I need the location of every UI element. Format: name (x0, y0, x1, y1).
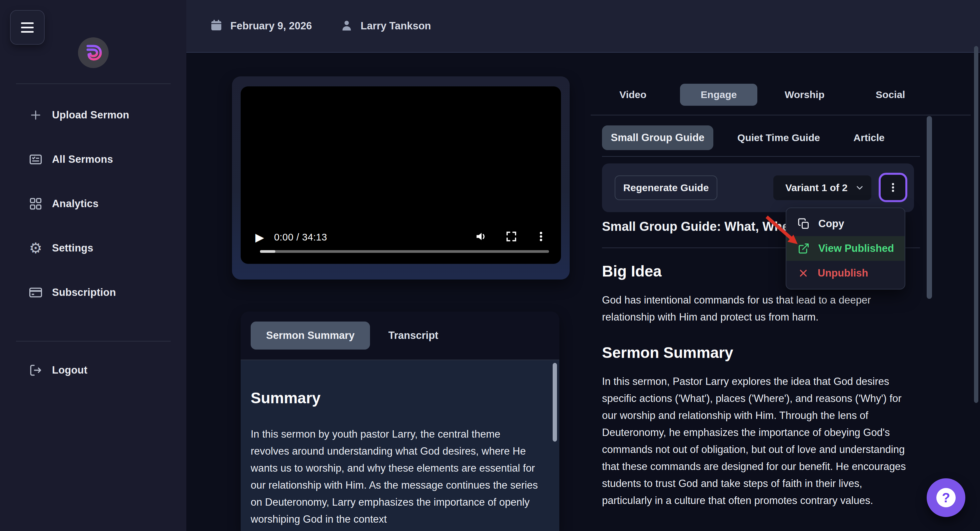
sidebar-divider-bottom (16, 341, 171, 341)
tab-label: Transcript (388, 330, 438, 341)
variant-select[interactable]: Variant 1 of 2 (773, 175, 871, 200)
header-user-group: Larry Tankson (340, 19, 431, 33)
video-progress-bar[interactable] (260, 250, 549, 253)
tab-transcript[interactable]: Transcript (370, 322, 457, 349)
sidebar-item-logout[interactable]: Logout (28, 360, 171, 381)
question-icon: ? (936, 488, 956, 507)
tab-label: Sermon Summary (266, 330, 354, 341)
summary-content: Summary In this sermon by youth pastor L… (241, 360, 559, 531)
copy-icon (798, 218, 810, 230)
x-icon (798, 268, 809, 279)
sidebar-item-label: All Sermons (52, 153, 113, 166)
calendar-icon (210, 19, 223, 33)
sidebar-item-label: Analytics (52, 198, 99, 210)
subtabs-divider (602, 156, 920, 157)
engage-panel: Video Engage Worship Social Small Group … (590, 53, 973, 531)
menu-item-label: View Published (818, 242, 894, 255)
user-icon (340, 19, 353, 33)
tab-sermon-summary[interactable]: Sermon Summary (251, 322, 370, 349)
sidebar-item-subscription[interactable]: Subscription (28, 282, 171, 303)
big-idea-paragraph: God has intentional commands for us that… (602, 292, 912, 325)
tab-social[interactable]: Social (848, 84, 934, 106)
tab-label: Worship (785, 89, 824, 100)
fullscreen-icon[interactable] (505, 230, 518, 244)
subtab-quiet-time-guide[interactable]: Quiet Time Guide (725, 132, 832, 144)
tab-worship[interactable]: Worship (762, 84, 848, 106)
summary-card-tabs: Sermon Summary Transcript (241, 311, 559, 360)
logout-icon (28, 362, 43, 378)
video-more-icon[interactable] (535, 230, 547, 244)
chevron-down-icon (855, 183, 865, 193)
gear-icon: ⚙ (28, 241, 43, 256)
variant-select-value: Variant 1 of 2 (785, 182, 848, 193)
credit-card-icon (28, 285, 43, 300)
sidebar-toggle-button[interactable] (10, 10, 45, 45)
sidebar-item-label: Settings (52, 242, 93, 254)
content-tabs: Video Engage Worship Social (590, 84, 933, 106)
sidebar: Upload Sermon All Sermons Analytics ⚙ Se… (0, 0, 186, 531)
sidebar-item-settings[interactable]: ⚙ Settings (28, 238, 171, 258)
kebab-icon (887, 182, 899, 193)
header-user-name: Larry Tankson (361, 20, 431, 32)
external-link-icon (798, 242, 810, 255)
subtab-label: Quiet Time Guide (737, 132, 820, 143)
summary-scrollbar-thumb[interactable] (553, 363, 557, 442)
panel-scrollbar-thumb[interactable] (927, 116, 932, 299)
sidebar-item-label: Upload Sermon (52, 109, 129, 121)
sidebar-item-upload-sermon[interactable]: Upload Sermon (28, 105, 171, 125)
plus-icon (28, 107, 43, 123)
help-button[interactable]: ? (927, 478, 965, 517)
sermon-summary-paragraph: In this sermon, Pastor Larry explores th… (602, 373, 912, 509)
subtab-label: Small Group Guide (611, 132, 705, 144)
subtab-label: Article (853, 132, 885, 143)
hamburger-icon (21, 22, 33, 33)
sidebar-item-label: Logout (52, 364, 88, 376)
sidebar-item-analytics[interactable]: Analytics (28, 193, 171, 214)
volume-icon[interactable] (474, 230, 488, 244)
sidebar-divider-top (16, 83, 171, 84)
video-controls: ▶ 0:00 / 34:13 (241, 226, 561, 248)
regenerate-guide-button[interactable]: Regenerate Guide (615, 175, 718, 200)
summary-paragraph: In this sermon by youth pastor Larry, th… (251, 426, 538, 528)
subtab-small-group-guide[interactable]: Small Group Guide (602, 125, 713, 150)
header-date: February 9, 2026 (230, 20, 312, 32)
video-progress-played (260, 250, 275, 253)
guide-more-button[interactable] (879, 173, 907, 202)
sermon-summary-heading: Sermon Summary (602, 344, 733, 362)
window-scrollbar-thumb[interactable] (974, 46, 978, 403)
guide-context-menu: Copy View Published Unpublish (786, 207, 905, 290)
sidebar-item-label: Subscription (52, 287, 116, 298)
play-button[interactable]: ▶ (255, 230, 264, 244)
video-time: 0:00 / 34:13 (274, 232, 327, 243)
tab-label: Engage (701, 89, 737, 100)
tab-engage[interactable]: Engage (676, 84, 762, 106)
video-player[interactable]: ▶ 0:00 / 34:13 (241, 86, 561, 264)
big-idea-heading: Big Idea (602, 262, 662, 280)
menu-item-unpublish[interactable]: Unpublish (786, 261, 905, 285)
header-date-group: February 9, 2026 (210, 19, 312, 33)
subtab-article[interactable]: Article (841, 132, 897, 144)
tab-label: Video (619, 89, 646, 100)
tab-video[interactable]: Video (590, 84, 676, 106)
video-card: ▶ 0:00 / 34:13 (232, 77, 570, 279)
tab-engage-pill: Engage (680, 84, 757, 106)
tabs-divider (591, 115, 970, 115)
tab-label: Social (876, 89, 905, 100)
menu-item-view-published[interactable]: View Published (786, 236, 905, 261)
guide-toolbar: Regenerate Guide Variant 1 of 2 (602, 163, 914, 212)
app-root: Upload Sermon All Sermons Analytics ⚙ Se… (0, 0, 980, 531)
analytics-grid-icon (28, 196, 43, 212)
sidebar-item-all-sermons[interactable]: All Sermons (28, 149, 171, 170)
top-header: February 9, 2026 Larry Tankson (186, 0, 980, 53)
guide-subtabs: Small Group Guide Quiet Time Guide Artic… (602, 125, 920, 150)
summary-heading: Summary (251, 389, 321, 407)
menu-item-label: Copy (818, 218, 844, 230)
menu-item-copy[interactable]: Copy (786, 212, 905, 236)
help-label: ? (942, 490, 950, 505)
sermon-summary-card: Sermon Summary Transcript Summary In thi… (241, 311, 559, 531)
menu-item-label: Unpublish (818, 267, 868, 279)
app-logo (77, 37, 109, 69)
sermons-list-icon (28, 152, 43, 167)
